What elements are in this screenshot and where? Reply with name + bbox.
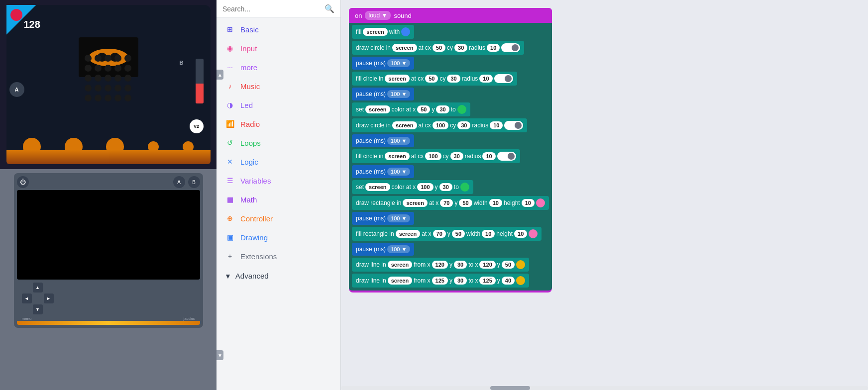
value-badge: 70 [433, 230, 446, 238]
category-list: ⊞Basic◉Input···more♪Music◑Led📶Radio↺Loop… [217, 18, 340, 268]
block-row: fill circle inscreenat cx50cy30radius10 [352, 72, 549, 86]
sidebar-item-logic[interactable]: ✕Logic [217, 152, 340, 171]
value-badge: 120 [432, 261, 448, 269]
led-dot [95, 65, 102, 72]
btn-b-area: B [178, 59, 186, 67]
value-badge: 30 [454, 277, 467, 285]
sidebar-item-music[interactable]: ♪Music [217, 77, 340, 96]
block-row: fill circle inscreenat cx100cy30radius10 [352, 149, 549, 163]
block-row: setscreencolor at x50y30to [352, 102, 549, 116]
color-dot [516, 276, 525, 285]
advanced-section[interactable]: ▼ Advanced [217, 268, 340, 284]
block-row: setscreencolor at x100y30to [352, 180, 549, 194]
toggle-switch[interactable] [497, 152, 516, 161]
value-badge: 50 [425, 75, 438, 83]
value-badge: screen [365, 183, 390, 191]
block-row: draw rectangle inscreenat x70y50width10h… [352, 196, 549, 210]
dropdown-badge[interactable]: 100 ▼ [387, 90, 410, 98]
toggle-switch[interactable] [504, 121, 523, 130]
sidebar-item-extensions[interactable]: +Extensions [217, 247, 340, 266]
value-badge: screen [403, 199, 427, 207]
sidebar-item-more[interactable]: ···more [217, 58, 340, 77]
value-badge: screen [396, 230, 420, 238]
block-row: pause (ms)100 ▼ [352, 165, 549, 178]
led-dot [124, 75, 131, 82]
code-block: pause (ms)100 ▼ [352, 88, 414, 100]
dropdown-badge[interactable]: 100 ▼ [387, 245, 410, 253]
search-input[interactable] [222, 5, 321, 13]
led-dot [95, 55, 102, 62]
toggle-switch[interactable] [494, 74, 513, 83]
dpad-left[interactable]: ◄ [22, 293, 32, 303]
led-dot [95, 95, 102, 101]
sidebar-item-variables[interactable]: ☰Variables [217, 171, 340, 190]
led-dot [95, 85, 102, 92]
horizontal-scrollbar[interactable] [341, 386, 868, 390]
toggle-switch[interactable] [501, 43, 520, 52]
led-dot [114, 65, 121, 72]
code-block: fill circle inscreenat cx50cy30radius10 [352, 72, 517, 86]
value-badge: screen [385, 75, 409, 83]
scrollbar-thumb[interactable] [490, 386, 530, 390]
value-badge: 10 [489, 199, 502, 207]
drawing-icon: ▣ [224, 232, 235, 243]
dpad-right[interactable]: ► [44, 293, 54, 303]
sidebar-item-controller[interactable]: ⊕Controller [217, 209, 340, 228]
basic-label: Basic [240, 25, 259, 34]
value-badge: screen [363, 28, 387, 36]
block-row: pause (ms)100 ▼ [352, 212, 549, 225]
code-block: draw line inscreenfrom x120y30to x120y50 [352, 258, 529, 272]
sidebar-item-drawing[interactable]: ▣Drawing [217, 228, 340, 247]
value-badge: 30 [454, 261, 467, 269]
dpad-up[interactable]: ▲ [33, 283, 43, 292]
sidebar-item-loops[interactable]: ↺Loops [217, 133, 340, 152]
search-bar: 🔍 [217, 0, 340, 18]
music-label: Music [240, 82, 260, 91]
dropdown-badge[interactable]: 100 ▼ [387, 168, 410, 176]
power-icon: ⏻ [20, 179, 26, 186]
dropdown-badge[interactable]: 100 ▼ [387, 59, 410, 67]
scroll-up-arrow[interactable]: ▲ [217, 70, 223, 80]
value-badge: 50 [502, 261, 515, 269]
btn-a-device[interactable]: A [173, 176, 185, 188]
code-block: draw line inscreenfrom x125y30to x125y40 [352, 274, 529, 288]
dropdown-badge[interactable]: 100 ▼ [387, 214, 410, 222]
code-block: pause (ms)100 ▼ [352, 212, 414, 225]
variables-label: Variables [240, 177, 271, 185]
loud-dropdown[interactable]: loud ▼ [365, 11, 391, 20]
block-row: draw line inscreenfrom x125y30to x125y40 [352, 274, 549, 288]
dpad-down[interactable]: ▼ [33, 304, 43, 314]
device-container: ⏻ A B ▲ ◄ ► [14, 173, 203, 328]
event-header-block: onloud ▼sound [349, 8, 552, 23]
value-badge: 125 [479, 277, 495, 285]
sidebar-item-radio[interactable]: 📶Radio [217, 114, 340, 133]
microphone-icon [10, 9, 22, 21]
microbit-board: 128 A B [6, 5, 211, 164]
sidebar-item-basic[interactable]: ⊞Basic [217, 20, 340, 39]
block-row: fillscreenwith [352, 25, 549, 39]
code-block: pause (ms)100 ▼ [352, 57, 414, 70]
jacdac-label: jacdac [183, 316, 195, 321]
led-dot [85, 85, 92, 92]
led-dot [85, 65, 92, 72]
game-device: ⏻ A B ▲ ◄ ► [0, 169, 217, 390]
btn-a[interactable]: A [9, 82, 24, 97]
search-icon[interactable]: 🔍 [325, 4, 334, 13]
sound-value: 128 [24, 19, 40, 30]
chevron-down-icon: ▼ [224, 272, 231, 280]
sidebar-item-led[interactable]: ◑Led [217, 96, 340, 114]
sidebar-item-math[interactable]: ▦Math [217, 190, 340, 209]
advanced-label: Advanced [235, 272, 269, 280]
block-stack: onloud ▼soundfillscreenwithdraw circle i… [349, 8, 552, 292]
value-badge: screen [365, 105, 390, 113]
scroll-down-arrow[interactable]: ▼ [217, 350, 223, 360]
value-badge: 30 [439, 183, 452, 191]
led-dot [114, 55, 121, 62]
value-badge: screen [392, 121, 417, 129]
power-button[interactable]: ⏻ [17, 176, 29, 188]
sidebar-item-input[interactable]: ◉Input [217, 39, 340, 58]
dropdown-badge[interactable]: 100 ▼ [387, 137, 410, 145]
btn-b-device[interactable]: B [188, 176, 200, 188]
value-badge: 100 [425, 152, 441, 160]
microbit-display: 128 A B [0, 0, 217, 169]
